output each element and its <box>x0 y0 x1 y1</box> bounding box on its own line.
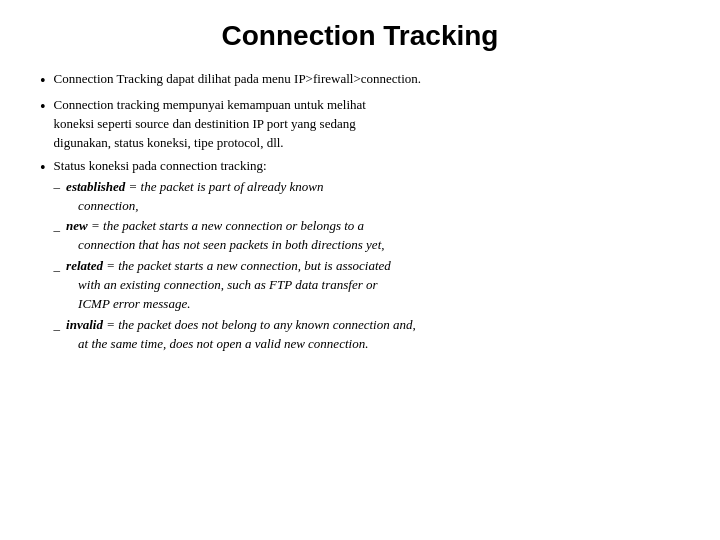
status-item-new: new = the packet starts a new connection… <box>66 217 680 255</box>
status-invalid: _ invalid = the packet does not belong t… <box>54 316 680 354</box>
bullet3-intro: Status koneksi pada connection tracking: <box>54 158 267 173</box>
bullet2-line3: digunakan, status koneksi, tipe protocol… <box>54 135 284 150</box>
bullet-3: • <box>40 157 46 179</box>
list-item-1: • Connection Tracking dapat dilihat pada… <box>40 70 680 92</box>
keyword-related: related <box>66 258 103 273</box>
bullet-1: • <box>40 70 46 92</box>
status-item-established: established = the packet is part of alre… <box>66 178 680 216</box>
bullet2-line2: koneksi seperti source dan destinition I… <box>54 116 356 131</box>
desc-related-cont: with an existing connection, such as FTP… <box>78 277 377 292</box>
bullet-text-2: Connection tracking mempunyai kemampuan … <box>54 96 680 153</box>
bullet-text-3: Status koneksi pada connection tracking:… <box>54 157 680 355</box>
list-item-3: • Status koneksi pada connection trackin… <box>40 157 680 355</box>
bullet2-line1: Connection tracking mempunyai kemampuan … <box>54 97 366 112</box>
status-item-related: related = the packet starts a new connec… <box>66 257 680 314</box>
desc-related-cont2: ICMP error message. <box>78 296 190 311</box>
keyword-new: new <box>66 218 88 233</box>
bullet-text-1: Connection Tracking dapat dilihat pada m… <box>54 70 680 89</box>
content-area: • Connection Tracking dapat dilihat pada… <box>40 70 680 359</box>
status-item-invalid: invalid = the packet does not belong to … <box>66 316 680 354</box>
bullet-2: • <box>40 96 46 118</box>
status-related: _ related = the packet starts a new conn… <box>54 257 680 314</box>
desc-invalid-cont: at the same time, does not open a valid … <box>78 336 368 351</box>
desc-new: = the packet starts a new connection or … <box>88 218 364 233</box>
desc-established-cont: connection, <box>78 198 138 213</box>
dash-invalid: _ <box>54 316 61 335</box>
page-title: Connection Tracking <box>40 20 680 52</box>
dash-established: – <box>54 178 61 197</box>
status-new: _ new = the packet starts a new connecti… <box>54 217 680 255</box>
desc-new-cont: connection that has not seen packets in … <box>78 237 384 252</box>
keyword-established: established <box>66 179 125 194</box>
desc-invalid: = the packet does not belong to any know… <box>103 317 416 332</box>
main-list: • Connection Tracking dapat dilihat pada… <box>40 70 680 355</box>
desc-established: = the packet is part of already known <box>125 179 323 194</box>
dash-related: _ <box>54 257 61 276</box>
desc-related: = the packet starts a new connection, bu… <box>103 258 391 273</box>
page: Connection Tracking • Connection Trackin… <box>0 0 720 540</box>
dash-new: _ <box>54 217 61 236</box>
status-list: – established = the packet is part of al… <box>54 178 680 354</box>
status-established: – established = the packet is part of al… <box>54 178 680 216</box>
list-item-2: • Connection tracking mempunyai kemampua… <box>40 96 680 153</box>
keyword-invalid: invalid <box>66 317 103 332</box>
